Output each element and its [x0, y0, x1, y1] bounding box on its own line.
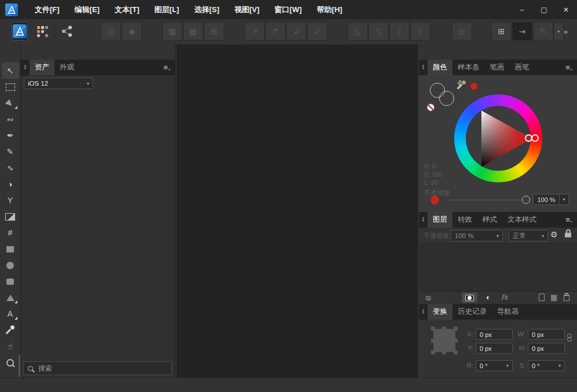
layer-stack-icon[interactable]: ≋	[425, 293, 432, 303]
bring-forward-button[interactable]: ↱	[265, 22, 286, 41]
tool-ellipse[interactable]	[2, 257, 19, 273]
tool-vector-brush[interactable]: ∿	[2, 160, 19, 176]
grid-option-3-button[interactable]: ⊞	[204, 22, 224, 41]
shear-field[interactable]: 0 °▾	[528, 360, 565, 371]
rotate-cw-button[interactable]: ⤵	[410, 22, 430, 41]
asset-category-dropdown[interactable]: iOS 12 ▾	[24, 78, 93, 89]
snapping-button[interactable]: ⊞	[491, 22, 512, 41]
blend-options-gear-icon[interactable]: ⚙	[550, 230, 558, 239]
tab-brushes[interactable]: 画笔	[510, 60, 535, 75]
mask-layer-button[interactable]	[462, 292, 477, 303]
flip-vertical-button[interactable]: ◹	[368, 22, 389, 41]
tool-zoom[interactable]	[2, 354, 19, 371]
tool-move[interactable]: ↖	[2, 63, 19, 79]
pixel-alignment-button[interactable]: ✎	[533, 22, 553, 41]
panel-menu-button[interactable]: ≡▾	[159, 60, 175, 75]
insert-behind-button[interactable]: ◆	[122, 22, 142, 41]
color-picker-eyedropper-icon[interactable]	[457, 81, 466, 90]
snapping-dropdown-caret[interactable]: ▾	[554, 22, 564, 41]
search-input[interactable]	[37, 364, 167, 373]
blend-mode-dropdown[interactable]: 正常 ▾	[509, 230, 548, 241]
tab-stroke[interactable]: 笔画	[485, 60, 510, 75]
tool-triangle[interactable]	[2, 290, 19, 306]
adjustment-layer-button[interactable]: ◐	[486, 293, 491, 302]
tab-history[interactable]: 历史记录	[452, 304, 492, 320]
grid-option-2-button[interactable]: ▩	[183, 22, 203, 41]
menu-help[interactable]: 帮助[H]	[309, 0, 350, 19]
layer-effects-button[interactable]: fx	[501, 293, 507, 301]
delete-layer-button[interactable]	[564, 295, 569, 301]
opacity-slider-knob[interactable]	[522, 196, 530, 204]
height-field[interactable]: 0 px	[528, 343, 565, 354]
link-dimensions-icon[interactable]	[567, 334, 572, 342]
tool-crop[interactable]: #	[2, 225, 19, 241]
rotation-field[interactable]: 0 °▾	[476, 360, 513, 371]
opacity-dropdown-caret[interactable]: ▾	[560, 194, 569, 205]
move-by-whole-pixels-button[interactable]: ⇥	[512, 22, 532, 41]
menu-select[interactable]: 选择[S]	[187, 0, 227, 19]
current-color-chip[interactable]	[430, 196, 439, 204]
menu-text[interactable]: 文本[T]	[107, 0, 147, 19]
tool-transparency[interactable]: Y	[2, 192, 19, 208]
tools-scrollbar[interactable]	[19, 355, 20, 377]
tool-view[interactable]: ☝	[2, 338, 19, 354]
tool-point-transform[interactable]: ∾	[2, 111, 19, 127]
y-field[interactable]: 0 px	[476, 343, 513, 354]
tool-text[interactable]: A	[2, 306, 19, 322]
tab-appearance[interactable]: 外观	[54, 60, 79, 75]
tool-rounded-rectangle[interactable]	[2, 273, 19, 290]
opacity-slider-track[interactable]	[449, 200, 524, 200]
tool-place-image[interactable]	[2, 208, 19, 225]
send-to-back-button[interactable]: ↙	[307, 22, 327, 41]
tool-artboard[interactable]	[2, 79, 19, 95]
anchor-point-selector[interactable]	[433, 329, 455, 352]
panel-menu-button[interactable]: ≡▾	[561, 212, 577, 228]
lock-icon[interactable]	[565, 233, 571, 237]
stroke-circle[interactable]	[439, 91, 454, 106]
menu-window[interactable]: 窗口[W]	[267, 0, 309, 19]
layers-list[interactable]	[419, 243, 577, 292]
minimize-button[interactable]: –	[511, 0, 533, 19]
tab-text-styles[interactable]: 文本样式	[502, 212, 542, 228]
picked-color-swatch[interactable]	[470, 82, 478, 90]
tab-assets[interactable]: 资产	[30, 60, 54, 75]
panel-drag-handle[interactable]: ‖	[419, 212, 428, 228]
tool-pen[interactable]: ✒	[2, 127, 19, 144]
panel-drag-handle[interactable]: ‖	[21, 60, 30, 75]
panel-menu-button[interactable]: ≡▾	[561, 60, 577, 75]
tool-rectangle[interactable]	[2, 241, 19, 257]
tab-navigator[interactable]: 导航器	[492, 304, 524, 320]
maximize-button[interactable]: ▢	[533, 0, 555, 19]
menu-edit[interactable]: 编辑[E]	[67, 0, 107, 19]
canvas-surface[interactable]	[177, 45, 418, 378]
toolbar-overflow-button[interactable]: »	[564, 27, 568, 36]
insert-target-button[interactable]: ⊟	[452, 22, 472, 41]
tab-styles[interactable]: 样式	[477, 212, 502, 228]
menu-file[interactable]: 文件[F]	[27, 0, 67, 19]
tab-color[interactable]: 颜色	[428, 60, 452, 75]
tool-color-picker[interactable]	[2, 322, 19, 338]
menu-view[interactable]: 视图[V]	[227, 0, 267, 19]
tool-fill[interactable]: ◑	[2, 176, 19, 192]
insert-inside-button[interactable]: ◎	[101, 22, 121, 41]
panel-drag-handle[interactable]: ‖	[419, 60, 428, 75]
menu-layer[interactable]: 图层[L]	[147, 0, 187, 19]
layer-opacity-dropdown[interactable]: 100 % ▾	[451, 230, 503, 241]
no-fill-icon[interactable]	[427, 104, 434, 111]
flip-horizontal-button[interactable]: ◺	[348, 22, 368, 41]
tab-transform[interactable]: 变换	[428, 304, 452, 320]
hue-selector[interactable]	[531, 134, 539, 142]
rotate-ccw-button[interactable]: ⤴	[389, 22, 410, 41]
tool-node[interactable]: ▶	[2, 95, 19, 111]
close-button[interactable]: ✕	[555, 0, 577, 19]
bring-to-front-button[interactable]: ↗	[244, 22, 265, 41]
tab-layers[interactable]: 图层	[428, 212, 452, 228]
tab-effects[interactable]: 特效	[452, 212, 477, 228]
send-backward-button[interactable]: ↲	[286, 22, 306, 41]
pixel-persona-button[interactable]	[35, 22, 51, 41]
opacity-value-field[interactable]: 100 %	[533, 194, 560, 205]
color-wheel[interactable]	[454, 94, 542, 182]
grid-option-1-button[interactable]: ▦	[162, 22, 182, 41]
new-pixel-layer-button[interactable]: ▦	[550, 293, 557, 302]
tab-swatches[interactable]: 样本条	[452, 60, 485, 75]
